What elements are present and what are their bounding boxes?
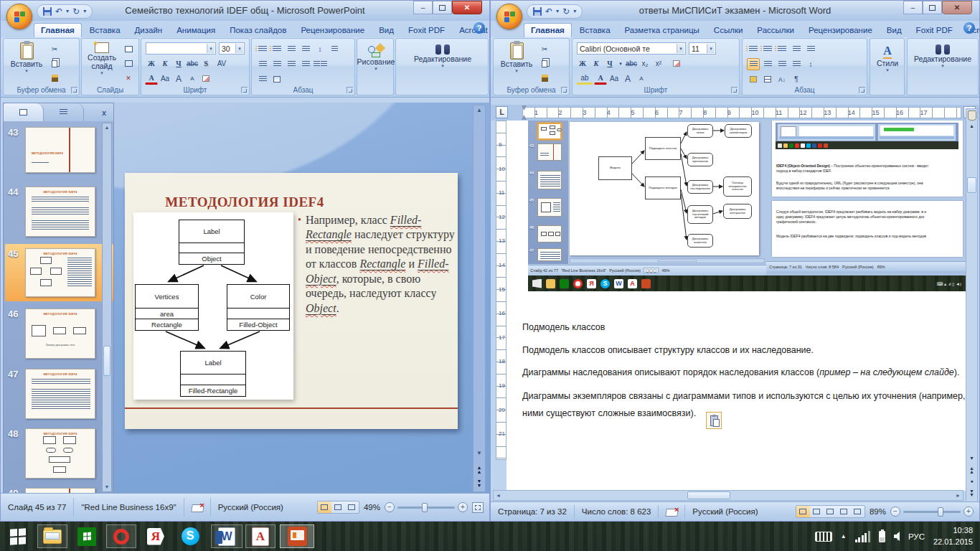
- convert-smartart-button[interactable]: [270, 73, 283, 85]
- word-scroll-down-icon[interactable]: ▼: [966, 456, 977, 461]
- zoom-slider[interactable]: [397, 507, 455, 509]
- word-editing-button[interactable]: Редактирование ▾: [909, 44, 976, 69]
- clear-formatting-button[interactable]: [199, 72, 212, 85]
- web-layout-button[interactable]: [824, 506, 837, 517]
- ppt-tab-animatsiya[interactable]: Анимация: [170, 24, 222, 37]
- multilevel-list-button[interactable]: [776, 43, 788, 55]
- word-paste-button[interactable]: Вставить ▾: [499, 42, 534, 74]
- slide-thumbnail-47[interactable]: МЕТОДОЛОГИЯ IDEF4: [25, 369, 95, 419]
- panel-scroll-down-icon[interactable]: ▼: [103, 483, 111, 491]
- fit-to-window-button[interactable]: [472, 502, 484, 513]
- text-shadow-button[interactable]: S: [199, 57, 212, 70]
- cut-button[interactable]: ✂: [48, 43, 61, 55]
- sort-button[interactable]: А↓: [776, 73, 788, 85]
- diagram-box-object[interactable]: Label Object: [179, 220, 245, 265]
- format-painter-button[interactable]: [48, 72, 61, 84]
- panel-scroll-thumb[interactable]: [103, 346, 110, 376]
- slide-thumbnail-43[interactable]: МЕТОДОЛОГИЯ IDEF4: [25, 127, 95, 173]
- delete-slide-button[interactable]: ✕: [122, 72, 135, 84]
- word-tab-ssylki[interactable]: Ссылки: [707, 24, 750, 37]
- slideshow-button[interactable]: [345, 501, 359, 513]
- slide-thumbnail-48[interactable]: МЕТОДОЛОГИЯ IDEF4: [25, 428, 95, 479]
- slide-thumbnail-45[interactable]: МЕТОДОЛОГИЯ IDEF4: [25, 248, 95, 297]
- shrink-font-button[interactable]: А: [186, 72, 199, 85]
- doc-paragraph-3[interactable]: Диаграммы наследования описывают порядок…: [522, 367, 959, 377]
- word-maximize-button[interactable]: [923, 1, 942, 14]
- bullets-button[interactable]: [256, 43, 269, 55]
- normal-view-button[interactable]: [318, 501, 331, 513]
- taskbar-store-button[interactable]: [72, 524, 102, 548]
- slide-thumbnail-44[interactable]: МЕТОДОЛОГИЯ IDEF4: [25, 187, 95, 237]
- word-vertical-scrollbar[interactable]: ▲ ▼ ▲▲ ● ▼▼: [966, 108, 978, 503]
- indent-decrease-button[interactable]: [790, 43, 803, 55]
- select-browse-object-button[interactable]: ●: [966, 479, 977, 484]
- word-help-icon[interactable]: ?: [963, 22, 975, 34]
- tab-selector[interactable]: L: [496, 106, 508, 118]
- align-center-button[interactable]: [761, 58, 774, 70]
- print-layout-button[interactable]: [796, 506, 810, 517]
- slide-thumbnail-46[interactable]: МЕТОДОЛОГИЯ IDEF4 Пример диаграммы типа: [25, 309, 95, 359]
- page-counter[interactable]: Страница: 7 из 32: [491, 505, 575, 518]
- clipboard-dialog-launcher[interactable]: [71, 87, 77, 93]
- zoom-out-button[interactable]: −: [890, 507, 900, 517]
- slide-layout-button[interactable]: [122, 43, 135, 55]
- ppt-tab-glavnaya[interactable]: Главная: [34, 23, 82, 37]
- word-scroll-up-icon[interactable]: ▲: [966, 123, 977, 128]
- ppt-close-button[interactable]: ✕: [452, 1, 482, 14]
- hscroll-thumb[interactable]: [687, 491, 730, 499]
- grow-font-button[interactable]: А: [172, 72, 185, 85]
- diagram-box-filled-rectangle[interactable]: Label Filled-Rectangle: [180, 351, 246, 397]
- doc-paragraph-1[interactable]: Подмодель классов: [522, 322, 605, 332]
- font-color-button[interactable]: А: [594, 72, 607, 85]
- font-dialog-launcher[interactable]: [241, 87, 248, 93]
- change-case-button[interactable]: Aa: [159, 72, 171, 85]
- justify-button[interactable]: [790, 58, 803, 70]
- slide-sorter-button[interactable]: [331, 501, 345, 513]
- zoom-in-button[interactable]: +: [963, 507, 974, 517]
- italic-button[interactable]: К: [159, 57, 171, 70]
- styles-button[interactable]: A Стили ▾: [872, 44, 903, 73]
- shading-button[interactable]: [747, 73, 760, 85]
- doc-paragraph-2[interactable]: Подмодель классов описывает структуру кл…: [522, 345, 814, 355]
- bullets-button[interactable]: [747, 43, 760, 55]
- superscript-button[interactable]: x²: [652, 57, 665, 70]
- zoom-in-button[interactable]: +: [458, 502, 468, 512]
- clear-formatting-button[interactable]: [670, 57, 683, 70]
- borders-button[interactable]: [761, 73, 774, 85]
- indent-increase-button[interactable]: [299, 43, 312, 55]
- office-button[interactable]: [6, 4, 32, 29]
- ppt-font-size-combo[interactable]: 30▾: [219, 42, 245, 55]
- current-slide[interactable]: МЕТОДОЛОГИЯ IDEF4 Label Object Vertices …: [125, 173, 458, 429]
- clipboard-dialog-launcher[interactable]: [561, 87, 567, 93]
- ppt-tab-pokaz[interactable]: Показ слайдов: [223, 24, 293, 37]
- ppt-maximize-button[interactable]: [433, 1, 452, 14]
- hand-tool-icon[interactable]: [968, 110, 976, 121]
- word-scroll-thumb[interactable]: [967, 177, 976, 193]
- slides-tab[interactable]: [4, 103, 44, 121]
- line-spacing-button[interactable]: ↕: [314, 43, 326, 55]
- scroll-down-icon[interactable]: ▼: [473, 448, 485, 458]
- fullscreen-reading-button[interactable]: [810, 506, 824, 517]
- align-text-button[interactable]: [256, 73, 269, 85]
- shrink-font-button[interactable]: А: [635, 72, 648, 85]
- panel-scroll-up-icon[interactable]: ▲: [103, 123, 111, 132]
- format-painter-button[interactable]: [538, 72, 551, 84]
- bold-button[interactable]: Ж: [145, 57, 158, 70]
- indent-decrease-button[interactable]: [285, 43, 298, 55]
- hanging-indent-marker[interactable]: [522, 115, 527, 120]
- word-font-size-combo[interactable]: 11▾: [689, 42, 716, 55]
- ppt-titlebar[interactable]: ↶ ▾ ↻ ▾ Семейство технологий IDEF общ - …: [1, 1, 489, 21]
- ppt-zoom-level[interactable]: 49%: [364, 503, 380, 512]
- previous-slide-button[interactable]: ▲▲: [473, 466, 485, 474]
- outline-view-button[interactable]: [837, 506, 851, 517]
- copy-button[interactable]: [538, 57, 551, 70]
- word-document-page[interactable]: 43 44 45 46 47 Модель Подмодель классов: [507, 121, 966, 491]
- vertical-ruler[interactable]: 9101112131415161718192021: [496, 121, 507, 460]
- paste-options-button[interactable]: [706, 412, 722, 429]
- ppt-tab-vid[interactable]: Вид: [372, 24, 400, 37]
- hscroll-left-icon[interactable]: ◄: [494, 493, 501, 498]
- ppt-tab-foxit[interactable]: Foxit PDF: [402, 24, 451, 37]
- theme-name[interactable]: "Red Line Business 16x9": [74, 498, 184, 517]
- word-language-status[interactable]: Русский (Россия): [685, 505, 765, 518]
- paragraph-dialog-launcher[interactable]: [859, 87, 865, 93]
